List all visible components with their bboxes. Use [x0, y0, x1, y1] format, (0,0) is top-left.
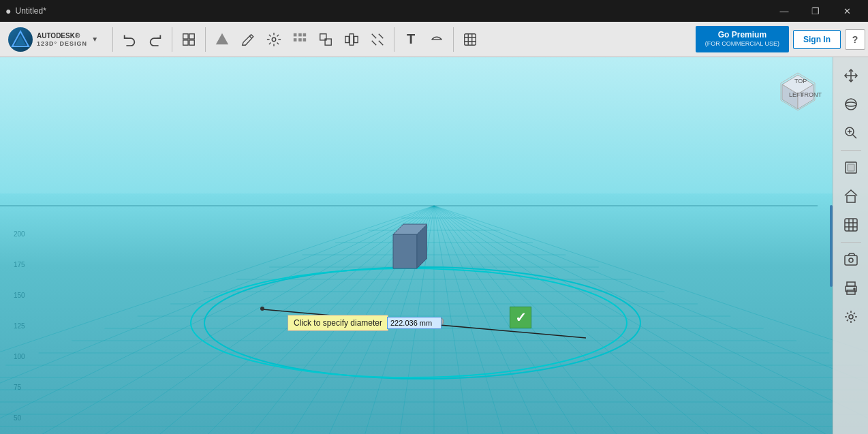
svg-rect-31: [848, 164, 854, 171]
confirm-button[interactable]: ✓: [510, 307, 531, 328]
toolbar-separator-2: [172, 27, 172, 52]
zoom-tool-button[interactable]: [838, 120, 864, 146]
toolbar: AUTODESK® 123D° DESIGN ▼ T: [0, 22, 868, 57]
titlebar: ● Untitled* — ❐ ✕: [0, 0, 868, 22]
svg-marker-56: [393, 234, 417, 268]
resize-handle[interactable]: [830, 205, 833, 287]
shading-button[interactable]: [838, 212, 864, 238]
svg-rect-21: [465, 33, 476, 45]
svg-rect-12: [298, 38, 302, 42]
svg-point-25: [846, 102, 856, 106]
svg-marker-1: [15, 35, 26, 45]
svg-point-43: [854, 288, 855, 290]
print-button[interactable]: [838, 275, 864, 301]
app-title: Untitled*: [15, 6, 46, 16]
brand-name: AUTODESK®: [37, 31, 87, 40]
view-home-button[interactable]: [838, 183, 864, 209]
measure-button[interactable]: [424, 26, 449, 53]
logo-text-block: AUTODESK® 123D° DESIGN: [37, 31, 87, 47]
logo-area: AUTODESK® 123D° DESIGN ▼: [3, 27, 108, 52]
primitives-button[interactable]: [210, 26, 234, 53]
svg-point-24: [846, 99, 856, 110]
check-icon: ✓: [515, 309, 527, 326]
logo-dropdown-arrow[interactable]: ▼: [91, 35, 98, 43]
material-button[interactable]: [458, 26, 482, 53]
right-tools-panel: [833, 57, 868, 434]
titlebar-left: ● Untitled*: [5, 5, 46, 16]
screenshot-button[interactable]: [838, 247, 864, 273]
app-icon: ●: [5, 5, 11, 16]
group-button[interactable]: [339, 26, 364, 53]
svg-line-7: [249, 35, 252, 38]
svg-rect-38: [845, 255, 857, 265]
go-premium-sub: (FOR COMMERCIAL USE): [705, 40, 779, 48]
sketch-button[interactable]: [236, 26, 260, 53]
svg-point-44: [849, 315, 853, 319]
autodesk-logo: [8, 27, 33, 52]
help-button[interactable]: ?: [845, 29, 865, 50]
svg-rect-5: [189, 40, 194, 44]
svg-rect-9: [294, 33, 297, 36]
svg-rect-14: [303, 38, 307, 42]
svg-rect-18: [350, 33, 354, 45]
titlebar-controls: — ❐ ✕: [769, 0, 863, 22]
svg-line-27: [852, 134, 856, 138]
svg-rect-11: [294, 38, 297, 42]
modify-button[interactable]: [262, 26, 286, 53]
view-cube[interactable]: LEFT FRONT TOP: [774, 69, 822, 117]
svg-rect-10: [298, 33, 302, 36]
3d-box-object: [390, 214, 427, 278]
toolbar-separator-4: [394, 27, 394, 52]
move-tool-button[interactable]: [838, 63, 864, 89]
maximize-button[interactable]: ❐: [800, 0, 831, 22]
svg-rect-4: [183, 40, 188, 44]
product-name: 123D° DESIGN: [37, 40, 87, 47]
svg-rect-33: [845, 219, 857, 231]
right-tools-sep-2: [841, 242, 861, 243]
svg-point-39: [849, 258, 853, 262]
go-premium-label: Go Premium: [705, 30, 779, 41]
toolbar-separator-1: [112, 27, 113, 52]
more-settings-button[interactable]: [838, 304, 864, 330]
close-button[interactable]: ✕: [831, 0, 863, 22]
svg-rect-2: [183, 33, 188, 38]
undo-button[interactable]: [117, 26, 142, 53]
svg-rect-13: [303, 33, 307, 36]
sign-in-button[interactable]: Sign In: [793, 30, 841, 49]
3d-grid-canvas: [0, 57, 868, 434]
text-button[interactable]: T: [399, 26, 423, 53]
svg-text:TOP: TOP: [794, 78, 807, 84]
svg-rect-19: [354, 36, 358, 42]
new-shape-button[interactable]: [176, 26, 201, 53]
viewport: Click to specify diameter ✓ LEFT FRONT T…: [0, 57, 868, 434]
right-tools-sep-1: [841, 150, 861, 151]
svg-rect-17: [345, 36, 349, 42]
svg-point-8: [272, 37, 276, 42]
minimize-button[interactable]: —: [769, 0, 800, 22]
svg-rect-42: [847, 290, 855, 294]
combine-button[interactable]: [313, 26, 338, 53]
go-premium-button[interactable]: Go Premium (FOR COMMERCIAL USE): [696, 26, 789, 52]
svg-rect-40: [847, 282, 855, 286]
svg-marker-6: [216, 33, 228, 44]
svg-text:FRONT: FRONT: [801, 91, 822, 98]
redo-button[interactable]: [143, 26, 168, 53]
svg-rect-32: [847, 196, 855, 202]
diameter-input[interactable]: [387, 317, 441, 329]
toolbar-separator-5: [453, 27, 454, 52]
toolbar-separator-3: [205, 27, 206, 52]
pattern-button[interactable]: [288, 26, 312, 53]
fit-view-button[interactable]: [838, 155, 864, 181]
snap-button[interactable]: [365, 26, 390, 53]
svg-rect-3: [189, 33, 194, 38]
orbit-tool-button[interactable]: [838, 91, 864, 117]
